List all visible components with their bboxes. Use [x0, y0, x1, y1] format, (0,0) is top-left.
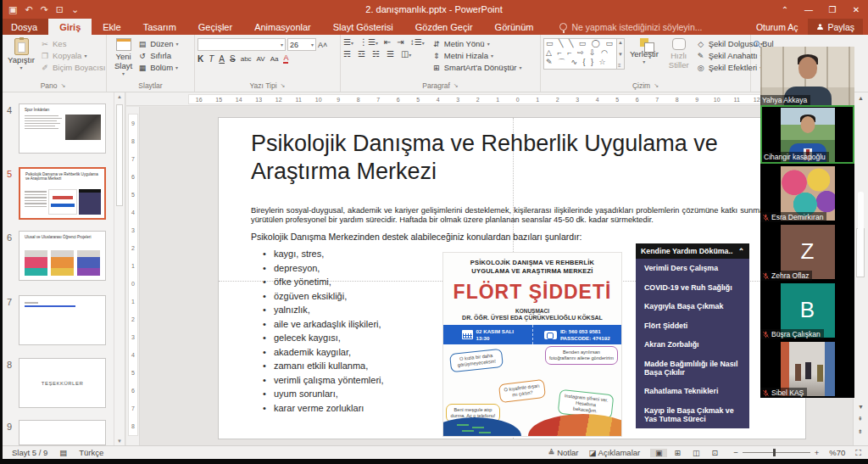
sign-in-button[interactable]: Oturum Aç — [749, 22, 805, 32]
zoom-out-icon[interactable]: − — [733, 448, 738, 457]
thumbnail-slide-8[interactable]: 8 TEŞEKKÜRLER — [0, 358, 125, 408]
thumbnail-slide-5-selected[interactable]: 5 Psikolojik Danışma ve Rehberlik Uygula… — [0, 167, 125, 220]
slide-bullet-list[interactable]: kaygı, stres, depresyon, öfke yönetimi, … — [263, 247, 466, 415]
help-menu-item[interactable]: Verimli Ders Çalışma — [644, 262, 749, 274]
slide-editing-area[interactable]: Psikolojik Danışma ve Rehberlik Uygulama… — [218, 117, 806, 439]
align-center-icon[interactable]: ☲ — [358, 49, 365, 59]
tab-gorunum[interactable]: Görünüm — [484, 19, 545, 35]
zoom-slider[interactable] — [743, 452, 810, 453]
layout-button[interactable]: ▤Düzen ▾ — [137, 39, 178, 48]
help-menu-item[interactable]: Kayıp ile Başa Çıkmak ve Yas Tutma Sürec… — [644, 405, 749, 425]
participant-tile-esra[interactable]: Esra Demirkıran — [760, 164, 854, 222]
tab-gozden-gecir[interactable]: Gözden Geçir — [404, 19, 484, 35]
fit-to-window-icon[interactable]: ⛶ — [855, 448, 861, 458]
line-spacing-icon[interactable]: ↕☰▾ — [410, 37, 425, 47]
italic-button[interactable]: T — [209, 54, 214, 64]
thumbnail-scrollbar[interactable]: ▲ ▼ — [114, 92, 125, 445]
notes-page-icon[interactable]: ▤ — [59, 448, 67, 457]
scrollbar-thumb[interactable] — [858, 192, 864, 251]
align-text-button[interactable]: ⇕Metni Hizala ▾ — [431, 51, 522, 60]
columns-icon[interactable]: ◫▾ — [401, 49, 411, 59]
self-help-menu[interactable]: Kendine Yardım Döküma.. ⌃ Verimli Ders Ç… — [636, 243, 749, 428]
tab-dosya[interactable]: Dosya — [0, 19, 48, 35]
clear-format-icon[interactable]: abc — [241, 55, 252, 63]
bullet-list-icon[interactable]: ☰▾ — [343, 37, 353, 47]
zoom-level[interactable]: %70 — [829, 448, 845, 457]
numbered-list-icon[interactable]: ⋮☰▾ — [359, 37, 378, 47]
chevron-up-icon[interactable]: ⌃ — [738, 247, 744, 255]
font-size-combo[interactable]: 26▾ — [287, 38, 316, 51]
tab-slayt-gosterisi[interactable]: Slayt Gösterisi — [322, 19, 404, 35]
arrange-button[interactable]: Yerleştir ▾ — [625, 36, 664, 67]
reading-view-icon[interactable]: ◫ — [687, 449, 704, 457]
tab-animasyonlar[interactable]: Animasyonlar — [243, 19, 322, 35]
align-left-icon[interactable]: ☴ — [343, 49, 351, 59]
justify-icon[interactable]: ☰ — [387, 49, 394, 59]
participant-tile-cihangir[interactable]: Cihangir kasapoğlu — [760, 105, 854, 164]
shapes-gallery[interactable]: ▭ ╲ ╲ ▭ ◯ ▭ △ ⌐ ⌐ ⇨ ⇩ ◠ ✎ ⌒ ∿ { } ☆ — [543, 38, 617, 70]
slideshow-view-icon[interactable]: ⊡ — [706, 449, 723, 457]
underline-button[interactable]: A — [219, 54, 225, 64]
slide-title[interactable]: Psikolojik Danışma ve Rehberlik Uygulama… — [251, 130, 776, 186]
thumbnail-slide-4[interactable]: 4 Spor İmkânları — [0, 103, 125, 154]
normal-view-icon[interactable]: ▣ — [650, 449, 667, 457]
slide-sorter-icon[interactable]: ⊞ — [669, 449, 686, 457]
bold-button[interactable]: K — [198, 54, 203, 64]
flort-siddeti-poster[interactable]: PSİKOLOJİK DANIŞMA VE REHBERLİK UYGULAMA… — [442, 252, 622, 437]
minimize-icon[interactable]: — — [797, 0, 821, 19]
tab-ekle[interactable]: Ekle — [92, 19, 131, 35]
scroll-down-icon[interactable]: ▼ — [117, 439, 122, 444]
font-color-icon[interactable]: A — [283, 53, 288, 64]
format-painter-button[interactable]: ✐Biçim Boyacısı — [40, 63, 105, 72]
new-slide-button[interactable]: Yeni Slayt ▾ — [109, 36, 137, 79]
participant-tile-busra[interactable]: B Büşra Çalışkan — [760, 281, 854, 339]
next-slide-icon[interactable]: ⇟ — [858, 428, 863, 435]
dialog-launcher-icon[interactable]: ↘ — [453, 82, 459, 89]
scrollbar-thumb[interactable] — [116, 104, 123, 206]
char-spacing-icon[interactable]: AV — [257, 55, 265, 63]
align-right-icon[interactable]: ☵ — [372, 49, 380, 59]
restore-icon[interactable]: ❐ — [821, 0, 844, 19]
thumbnail-slide-6[interactable]: 6 Ulusal ve Uluslararası Öğrenci Projele… — [0, 231, 125, 281]
tab-giris[interactable]: Giriş — [48, 19, 92, 35]
section-button[interactable]: ▦Bölüm ▾ — [137, 63, 178, 72]
strikethrough-button[interactable]: S — [230, 54, 236, 64]
dialog-launcher-icon[interactable]: ↘ — [60, 82, 65, 89]
participant-tile-yahya[interactable]: Yahya Akkaya — [760, 47, 854, 105]
help-menu-item[interactable]: Rahatlama Teknikleri — [644, 385, 749, 397]
language-indicator[interactable]: Türkçe — [79, 448, 103, 457]
tab-tasarim[interactable]: Tasarım — [132, 19, 187, 35]
slide-body-text[interactable]: Bireylerin sosyal-duygusal, akademik ve … — [251, 206, 802, 225]
help-menu-item[interactable]: Kaygıyla Başa Çıkmak — [644, 300, 749, 312]
help-menu-item[interactable]: COVID-19 ve Ruh Sağlığı — [644, 282, 749, 293]
participants-scrollbar[interactable] — [858, 49, 865, 329]
scroll-up-icon[interactable]: ▲ — [117, 94, 122, 99]
close-icon[interactable]: ✕ — [844, 0, 868, 19]
slide-lead-text[interactable]: Psikolojik Danışma Merkezinden destek al… — [251, 232, 607, 242]
dialog-launcher-icon[interactable]: ↘ — [654, 82, 659, 89]
tell-me-search[interactable]: Ne yapmak istediğinizi söyleyin... — [559, 19, 702, 35]
thumbnail-slide-9[interactable]: 9 — [0, 420, 125, 445]
previous-slide-icon[interactable]: ⇞ — [858, 416, 863, 422]
font-name-combo[interactable]: ▾ — [198, 38, 286, 51]
copy-button[interactable]: ❐Kopyala ▾ — [40, 51, 105, 60]
ribbon-options-icon[interactable]: ⌃ — [773, 0, 797, 19]
help-menu-item[interactable]: Flört Şiddeti — [644, 320, 749, 332]
help-menu-item[interactable]: Akran Zorbalığı — [644, 338, 749, 350]
share-button[interactable]: Paylaş — [808, 19, 863, 35]
thumbnail-slide-7[interactable]: 7 — [0, 295, 125, 345]
scroll-down-icon[interactable]: ▼ — [858, 404, 864, 410]
paste-button[interactable]: Yapıştır ▾ — [3, 36, 40, 73]
reset-button[interactable]: ↺Sıfırla — [137, 51, 178, 60]
decrease-indent-icon[interactable]: ⇤ — [384, 37, 391, 47]
grow-font-icon[interactable]: A˄ — [318, 41, 327, 49]
zoom-in-icon[interactable]: + — [815, 448, 820, 457]
participant-tile-zehra[interactable]: Z Zehra Oflaz — [760, 222, 854, 281]
zoom-slider-thumb[interactable] — [773, 449, 776, 456]
text-direction-button[interactable]: ⇵Metin Yönü ▾ — [431, 39, 522, 48]
comments-toggle[interactable]: ◪ Açıklamalar — [588, 448, 640, 457]
smartart-button[interactable]: ⊞SmartArt'a Dönüştür ▾ — [431, 63, 522, 72]
notes-toggle[interactable]: ≜ Notlar — [548, 448, 579, 457]
quick-styles-button[interactable]: Hızlı Stiller — [664, 36, 694, 72]
participant-tile-sibel[interactable]: Sibel KAŞ — [760, 339, 854, 398]
